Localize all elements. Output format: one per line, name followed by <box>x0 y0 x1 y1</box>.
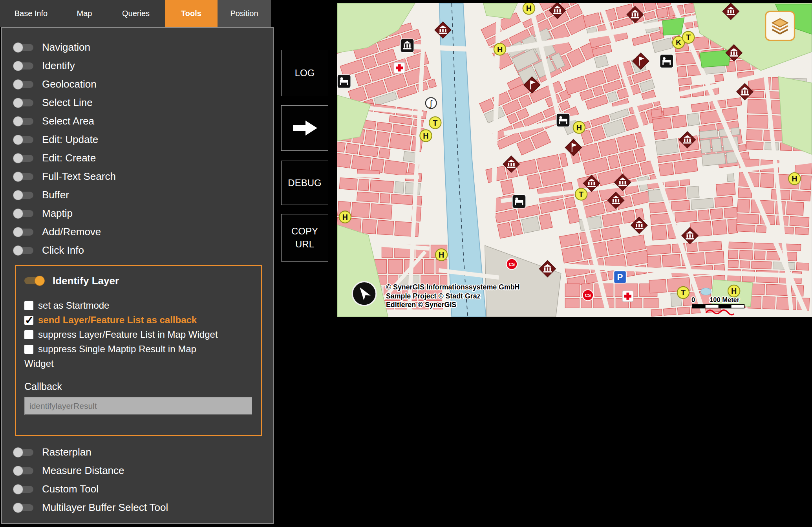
svg-text:CS: CS <box>585 293 591 298</box>
toggle-label: Edit: Update <box>42 134 98 146</box>
toggle-label: Maptip <box>42 207 73 220</box>
svg-text:H: H <box>423 132 428 140</box>
toggle-knob <box>13 209 23 219</box>
checkbox-send-layer-feature-list-as-callback[interactable] <box>24 316 33 325</box>
tool-toggle-identify[interactable]: Identify <box>2 57 273 75</box>
toggle-switch[interactable] <box>14 155 33 162</box>
toggle-switch[interactable] <box>14 504 33 511</box>
tool-toggle-buffer[interactable]: Buffer <box>2 186 273 204</box>
tool-toggle-edit-update[interactable]: Edit: Update <box>2 130 273 149</box>
toggle-switch[interactable] <box>14 449 33 456</box>
tool-toggle-add-remove[interactable]: Add/Remove <box>2 223 273 241</box>
identify-layer-options: set as Startmodesend Layer/Feature List … <box>24 298 261 371</box>
toggle-label: Multilayer Buffer Select Tool <box>42 501 168 514</box>
tab-tools[interactable]: Tools <box>165 0 218 27</box>
toggle-switch[interactable] <box>14 99 33 106</box>
toggle-switch[interactable] <box>14 118 33 125</box>
toggle-label: Navigation <box>42 41 90 53</box>
tab-bar: Base InfoMapQueriesToolsPosition <box>0 0 271 27</box>
tool-toggle-measure-distance[interactable]: Measure Distance <box>2 461 273 480</box>
identify-layer-toggle[interactable] <box>24 277 44 284</box>
copy-url-button[interactable]: COPY URL <box>281 214 328 262</box>
scale-start: 0 <box>691 296 695 303</box>
toggle-switch[interactable] <box>14 486 33 493</box>
scale-label: 100 Meter <box>710 296 740 303</box>
checkbox-set-as-startmode[interactable] <box>24 301 33 310</box>
tool-toggle-maptip[interactable]: Maptip <box>2 204 273 223</box>
map-attribution: © SynerGIS Informationssysteme GmbH <box>386 283 520 291</box>
toggle-switch[interactable] <box>14 229 33 236</box>
toggle-label: Full-Text Search <box>42 170 116 183</box>
log-button[interactable]: LOG <box>281 50 328 96</box>
tab-map[interactable]: Map <box>62 0 107 27</box>
toggle-switch[interactable] <box>14 136 33 143</box>
toggle-knob <box>13 61 23 71</box>
toggle-knob <box>13 466 23 476</box>
tool-toggle-rasterplan[interactable]: Rasterplan <box>2 443 273 461</box>
svg-text:P: P <box>617 272 623 282</box>
toggle-knob <box>13 190 23 200</box>
map-attribution: Editieren © SynerGIS <box>386 301 456 309</box>
option-row-suppress-single-maptip-result-in-map-widget: suppress Single Maptip Result in Map Wid… <box>24 342 223 371</box>
svg-text:T: T <box>433 119 437 127</box>
tool-toggle-click-info[interactable]: Click Info <box>2 241 273 260</box>
toggle-switch[interactable] <box>14 62 33 70</box>
toggle-knob <box>13 245 23 256</box>
tool-toggle-edit-create[interactable]: Edit: Create <box>2 149 273 167</box>
svg-text:∫: ∫ <box>429 99 433 108</box>
identify-layer-header: Identify Layer <box>24 273 261 289</box>
svg-text:H: H <box>526 4 532 13</box>
svg-text:H: H <box>792 174 797 183</box>
svg-text:H: H <box>342 213 348 221</box>
svg-text:CS: CS <box>509 262 515 267</box>
toggle-switch[interactable] <box>14 247 33 254</box>
checkbox-suppress-layer-feature-list-in-map-widget[interactable] <box>24 330 33 339</box>
toggle-switch[interactable] <box>14 173 33 180</box>
toggle-switch[interactable] <box>14 192 33 199</box>
arrow-right-icon <box>290 118 320 138</box>
toggle-label: Rasterplan <box>42 446 91 458</box>
tab-queries[interactable]: Queries <box>107 0 165 27</box>
tool-toggle-full-text-search[interactable]: Full-Text Search <box>2 167 273 186</box>
svg-text:T: T <box>686 33 691 42</box>
layers-button[interactable] <box>766 11 795 40</box>
tool-toggle-multilayer-buffer-select-tool[interactable]: Multilayer Buffer Select Tool <box>2 498 273 517</box>
toggle-label: Select Line <box>42 97 93 109</box>
toggle-knob <box>35 276 45 286</box>
tool-toggle-select-area[interactable]: Select Area <box>2 112 273 130</box>
identify-layer-panel: Identify Layer set as Startmodesend Laye… <box>15 265 262 436</box>
toggle-label: Select Area <box>42 115 94 127</box>
svg-text:H: H <box>439 251 444 259</box>
toggle-knob <box>13 135 23 145</box>
tab-position[interactable]: Position <box>218 0 271 27</box>
toggle-label: Geolocation <box>42 78 97 90</box>
tool-toggle-geolocation[interactable]: Geolocation <box>2 75 273 93</box>
map-widget[interactable]: HHKT∫THHHTHHCSPCSTH© SynerGIS Informatio… <box>337 3 812 317</box>
debug-button[interactable]: DEBUG <box>281 161 328 205</box>
next-button[interactable] <box>281 105 328 151</box>
callback-input[interactable] <box>24 397 252 415</box>
toggle-label: Add/Remove <box>42 226 101 238</box>
toggle-switch[interactable] <box>14 81 33 88</box>
toggle-label: Edit: Create <box>42 152 96 164</box>
toggle-switch[interactable] <box>14 210 33 217</box>
checkbox-label: suppress Single Maptip Result in Map Wid… <box>24 344 196 369</box>
svg-text:T: T <box>681 288 686 297</box>
callback-label: Callback <box>24 381 261 392</box>
toggle-label: Identify <box>42 60 75 72</box>
tab-base-info[interactable]: Base Info <box>0 0 62 27</box>
map-canvas[interactable]: HHKT∫THHHTHHCSPCSTH© SynerGIS Informatio… <box>337 3 812 317</box>
toggle-knob <box>13 227 23 237</box>
checkbox-label: suppress Layer/Feature List in Map Widge… <box>38 329 218 340</box>
tool-toggle-navigation[interactable]: Navigation <box>2 38 273 57</box>
toggle-knob <box>13 447 23 457</box>
checkbox-suppress-single-maptip-result-in-map-widget[interactable] <box>24 345 33 354</box>
toggle-switch[interactable] <box>14 44 33 51</box>
toggle-switch[interactable] <box>14 467 33 474</box>
toggle-knob <box>13 484 23 494</box>
tool-toggle-custom-tool[interactable]: Custom Tool <box>2 480 273 498</box>
tool-toggle-select-line[interactable]: Select Line <box>2 93 273 112</box>
toggle-label: Custom Tool <box>42 483 99 495</box>
checkbox-label: send Layer/Feature List as callback <box>38 315 197 325</box>
option-row-suppress-layer-feature-list-in-map-widget: suppress Layer/Feature List in Map Widge… <box>24 327 244 342</box>
